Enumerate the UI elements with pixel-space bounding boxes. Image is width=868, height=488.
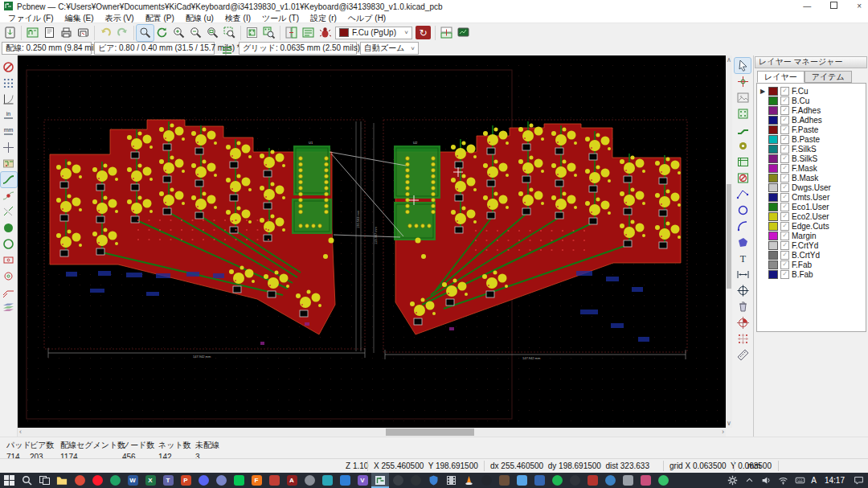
add-footprint-tool[interactable] <box>735 106 751 121</box>
layer-color-swatch[interactable] <box>768 232 778 240</box>
taskbar-photos[interactable] <box>513 473 530 488</box>
add-graphic-circle-tool[interactable] <box>735 203 751 218</box>
menu-item-1[interactable]: 編集 (E) <box>59 13 99 23</box>
menu-item-4[interactable]: 配線 (u) <box>180 13 219 23</box>
taskbar-vlc[interactable] <box>460 473 477 488</box>
layer-color-swatch[interactable] <box>768 241 778 250</box>
taskbar-chrome[interactable] <box>71 473 88 488</box>
layer-color-swatch[interactable] <box>768 135 778 144</box>
layer-visible-checkbox[interactable]: ✓ <box>780 222 789 231</box>
menu-item-3[interactable]: 配置 (P) <box>140 13 180 23</box>
taskbar-red-stripes-app[interactable] <box>583 473 601 488</box>
layer-row-Eco2.User[interactable]: ✓Eco2.User <box>757 211 866 221</box>
taskbar-clock[interactable]: 14:17 <box>821 476 848 485</box>
vertical-scrollbar[interactable]: ∧ ∨ <box>726 55 732 428</box>
wifi-icon[interactable] <box>777 474 789 486</box>
net-highlight-button[interactable] <box>1 188 17 203</box>
cursor-shape-button[interactable] <box>1 140 17 155</box>
toggle-drc-button[interactable] <box>1 59 17 75</box>
layer-color-swatch[interactable] <box>768 193 778 202</box>
add-layer-target-tool[interactable] <box>735 283 751 298</box>
layer-color-swatch[interactable] <box>768 164 778 173</box>
add-graphic-arc-tool[interactable] <box>735 219 751 234</box>
print-button[interactable] <box>58 25 75 41</box>
layer-color-swatch[interactable] <box>768 96 778 105</box>
grid-origin-tool[interactable] <box>735 331 751 347</box>
taskbar-task-view-button[interactable] <box>35 473 53 488</box>
units-inches-button[interactable]: in <box>1 108 17 123</box>
scroll-down-icon[interactable]: ∨ <box>726 420 732 427</box>
footprint-browser-button[interactable] <box>260 25 277 41</box>
layer-row-F.Fab[interactable]: ✓F.Fab <box>757 260 866 269</box>
layer-color-swatch[interactable] <box>768 270 778 279</box>
layer-color-swatch[interactable] <box>768 145 778 154</box>
layer-row-Margin[interactable]: ✓Margin <box>757 231 866 240</box>
select-tool[interactable] <box>735 58 751 73</box>
polar-coordinates-button[interactable] <box>1 92 17 107</box>
update-pcb-from-schematic-button[interactable] <box>283 25 300 41</box>
taskbar-teal-app[interactable] <box>318 473 336 488</box>
layer-row-Edge.Cuts[interactable]: ✓Edge.Cuts <box>757 221 866 231</box>
zoom-level-select[interactable]: 自動ズーム˅ <box>360 42 419 55</box>
taskbar-visual-studio[interactable]: V <box>354 473 371 488</box>
layer-row-B.Paste[interactable]: ✓B.Paste <box>757 134 866 144</box>
vertical-scroll-thumb[interactable] <box>727 184 731 289</box>
layer-visible-checkbox[interactable]: ✓ <box>780 270 789 279</box>
taskbar-discord[interactable] <box>194 473 212 488</box>
add-keepout-tool[interactable] <box>735 170 751 186</box>
layer-color-swatch[interactable] <box>768 212 778 221</box>
via-sketch-mode-button[interactable] <box>1 269 17 284</box>
taskbar-defender[interactable] <box>424 473 442 488</box>
layer-visible-checkbox[interactable]: ✓ <box>780 203 789 211</box>
redraw-view-button[interactable] <box>154 25 170 41</box>
pcb-canvas[interactable]: U1U2147.942 mm147.942 mm130.502 mm113.34… <box>18 55 726 428</box>
reload-board-button[interactable]: ↻ <box>416 26 431 39</box>
save-button[interactable] <box>2 25 18 41</box>
plot-button[interactable] <box>75 25 92 41</box>
taskbar-kicad-pcbnew[interactable] <box>371 473 389 488</box>
taskbar-opera[interactable] <box>88 473 106 488</box>
delete-tool[interactable] <box>735 299 751 314</box>
swap-layer-button[interactable] <box>438 25 455 41</box>
zone-fill-display-button[interactable] <box>1 220 17 236</box>
horizontal-scroll-thumb[interactable] <box>386 429 474 436</box>
close-button[interactable]: × <box>857 0 862 13</box>
local-ratsnest-button[interactable] <box>1 204 17 219</box>
layer-row-B.SilkS[interactable]: ✓B.SilkS <box>757 154 866 163</box>
layer-row-F.Paste[interactable]: ✓F.Paste <box>757 125 866 134</box>
taskbar-brown-app[interactable] <box>495 473 513 488</box>
layer-row-B.Cu[interactable]: ✓B.Cu <box>757 96 866 105</box>
layer-row-B.Mask[interactable]: ✓B.Mask <box>757 173 866 182</box>
taskbar-gray-app[interactable] <box>301 473 318 488</box>
layer-visible-checkbox[interactable]: ✓ <box>780 232 789 240</box>
layer-row-F.Adhes[interactable]: ✓F.Adhes <box>757 105 866 115</box>
taskbar-excel[interactable]: X <box>141 473 159 488</box>
layer-row-F.SilkS[interactable]: ✓F.SilkS <box>757 144 866 154</box>
via-size-select[interactable]: ビア: 0.80 / 0.40 mm (31.5 / 15.7 mils) *˅ <box>94 42 215 55</box>
layer-visible-checkbox[interactable]: ✓ <box>780 260 789 269</box>
settings-gear-icon[interactable] <box>727 474 739 486</box>
scroll-up-icon[interactable]: ∧ <box>726 56 732 64</box>
taskbar-file-explorer[interactable] <box>53 473 71 488</box>
highlight-net-tool[interactable] <box>735 74 751 89</box>
layer-visible-checkbox[interactable]: ✓ <box>780 251 789 260</box>
layer-visible-checkbox[interactable]: ✓ <box>780 241 789 250</box>
taskbar-line-app[interactable] <box>230 473 248 488</box>
find-button[interactable] <box>137 25 154 41</box>
add-text-tool[interactable]: T <box>735 251 751 266</box>
layer-row-F.CrtYd[interactable]: ✓F.CrtYd <box>757 240 866 250</box>
taskbar-paint-app[interactable] <box>637 473 654 488</box>
active-layer-select[interactable]: F.Cu (PgUp)˅ <box>335 27 412 39</box>
layer-row-B.Fab[interactable]: ✓B.Fab <box>757 269 866 279</box>
add-dimension-tool[interactable] <box>735 267 751 282</box>
layer-color-swatch[interactable] <box>768 116 778 125</box>
layer-visible-checkbox[interactable]: ✓ <box>780 174 789 182</box>
units-mm-button[interactable]: mm <box>1 124 17 139</box>
tab-items[interactable]: アイテム <box>805 71 852 83</box>
layer-color-swatch[interactable] <box>768 183 778 192</box>
tab-layers[interactable]: レイヤー <box>757 71 805 83</box>
taskbar-powerpoint[interactable]: P <box>177 473 194 488</box>
layer-color-swatch[interactable] <box>768 174 778 182</box>
add-graphic-line-tool[interactable] <box>735 187 751 202</box>
taskbar-gray-app-2[interactable] <box>619 473 637 488</box>
